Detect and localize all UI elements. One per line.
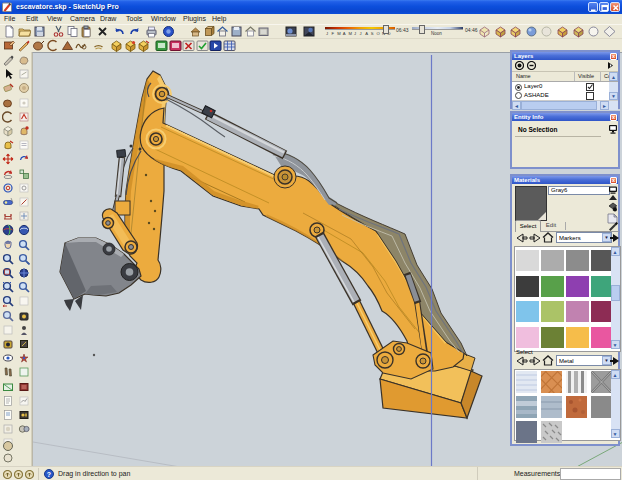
svg-text:?: ? — [47, 471, 51, 478]
